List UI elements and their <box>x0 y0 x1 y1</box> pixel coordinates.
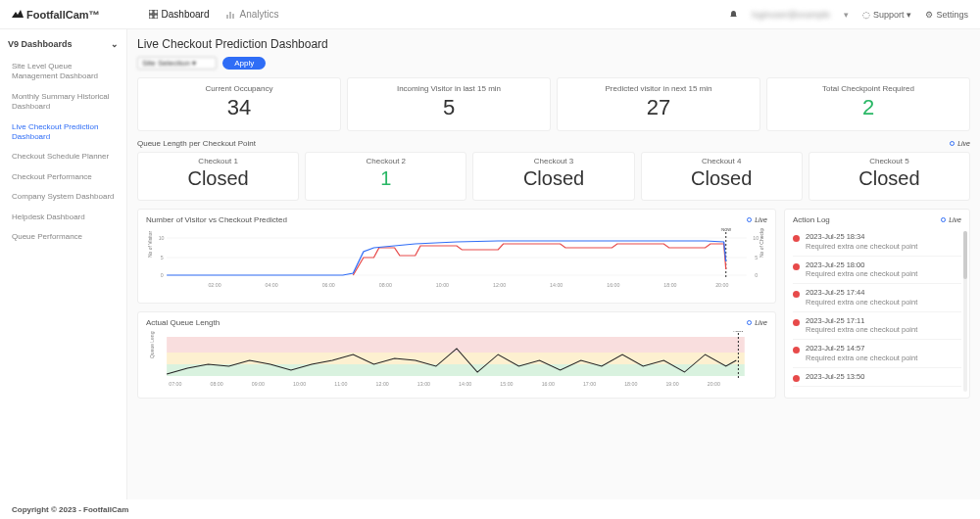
kpi-label: Current Occupancy <box>142 84 336 93</box>
svg-text:19:00: 19:00 <box>665 381 678 387</box>
log-time: 2023-Jul-25 17:11 <box>806 316 917 326</box>
log-message: Required extra one checkout point <box>806 242 917 252</box>
queue-section-header: Queue Length per Checkout Point Live <box>137 139 970 148</box>
log-time: 2023-Jul-25 18:34 <box>806 232 917 242</box>
checkout-value: Closed <box>813 167 965 190</box>
sidebar-item[interactable]: Company System Dashboard <box>8 187 119 207</box>
svg-text:0: 0 <box>755 272 758 278</box>
live-badge: Live <box>747 216 767 223</box>
live-dot-icon <box>747 320 752 325</box>
kpi-value: 34 <box>142 95 336 120</box>
checkout-value: Closed <box>646 167 798 190</box>
sidebar-item[interactable]: Site Level Queue Management Dashboard <box>8 57 119 87</box>
svg-text:20:00: 20:00 <box>708 381 720 387</box>
svg-rect-32 <box>167 364 745 376</box>
logo-icon <box>12 10 24 20</box>
top-header: FootfallCam™ Dashboard Analytics loginus… <box>0 0 980 29</box>
main-content: Live Checkout Prediction Dashboard Site … <box>127 29 980 499</box>
question-icon: ◌ <box>862 10 870 20</box>
svg-text:15:00: 15:00 <box>500 381 513 387</box>
nav-tab-dashboard[interactable]: Dashboard <box>149 9 210 20</box>
svg-rect-4 <box>226 15 228 19</box>
nav-tab-label: Analytics <box>239 9 278 20</box>
chevron-down-icon: ▾ <box>906 10 911 20</box>
sidebar-item[interactable]: Monthly Summary Historical Dashboard <box>8 87 119 118</box>
svg-rect-5 <box>229 12 231 19</box>
checkout-label: Checkout 3 <box>477 157 629 165</box>
alert-dot-icon <box>793 291 800 298</box>
chart-icon <box>226 10 235 19</box>
gear-icon: ⚙ <box>925 10 933 20</box>
settings-link[interactable]: ⚙ Settings <box>925 10 968 20</box>
kpi-card: Total Checkpoint Required2 <box>766 77 970 131</box>
chart1-plot: Now 10 5 0 10 5 0 <box>146 228 767 297</box>
queue-section-title: Queue Length per Checkout Point <box>137 139 256 148</box>
brand-text: FootfallCam™ <box>26 9 100 21</box>
chart-visitors-vs-checkout: Number of Visitor vs Checkout Predicted … <box>137 209 776 304</box>
bell-icon[interactable] <box>729 10 738 19</box>
svg-text:Queue Length: Queue Length <box>149 331 155 358</box>
sidebar-item[interactable]: Live Checkout Prediction Dashboard <box>8 118 119 148</box>
checkout-card: Checkout 4Closed <box>641 152 803 201</box>
svg-text:08:00: 08:00 <box>379 282 392 288</box>
log-message: Required extra one checkout point <box>806 354 917 363</box>
scrollbar[interactable] <box>963 231 967 392</box>
svg-text:18:00: 18:00 <box>624 381 637 387</box>
log-item: 2023-Jul-25 13:50 <box>793 368 961 387</box>
sidebar-item[interactable]: Queue Performance <box>8 227 119 247</box>
live-dot-icon <box>747 217 752 222</box>
svg-text:Now: Now <box>733 331 744 333</box>
svg-text:18:00: 18:00 <box>663 282 676 288</box>
sidebar-item[interactable]: Helpdesk Dashboard <box>8 208 119 227</box>
checkout-value: Closed <box>142 167 294 190</box>
user-menu[interactable]: loginuser@example <box>752 10 830 20</box>
nav-tab-analytics[interactable]: Analytics <box>226 9 278 20</box>
svg-text:16:00: 16:00 <box>607 282 619 288</box>
checkout-label: Checkout 5 <box>813 157 965 165</box>
sidebar: V9 Dashboards ⌄ Site Level Queue Managem… <box>0 29 127 499</box>
svg-text:Now: Now <box>720 228 731 232</box>
support-label: Support <box>873 10 905 20</box>
log-item: 2023-Jul-25 18:00Required extra one chec… <box>793 257 961 285</box>
svg-text:10:00: 10:00 <box>293 381 306 387</box>
svg-rect-1 <box>154 10 158 14</box>
support-link[interactable]: ◌ Support ▾ <box>862 10 912 20</box>
log-time: 2023-Jul-25 18:00 <box>806 260 917 270</box>
sidebar-item[interactable]: Checkout Performance <box>8 167 119 187</box>
live-badge: Live <box>941 216 961 223</box>
live-badge: Live <box>950 140 970 147</box>
alert-dot-icon <box>793 235 800 242</box>
alert-dot-icon <box>793 375 800 382</box>
svg-text:13:00: 13:00 <box>417 381 430 387</box>
svg-rect-2 <box>149 15 153 19</box>
kpi-value: 5 <box>352 95 546 120</box>
svg-text:06:00: 06:00 <box>322 282 335 288</box>
header-right: loginuser@example ▾ ◌ Support ▾ ⚙ Settin… <box>729 10 968 20</box>
svg-text:5: 5 <box>161 255 164 260</box>
svg-text:09:00: 09:00 <box>252 381 265 387</box>
kpi-label: Total Checkpoint Required <box>771 84 965 93</box>
svg-text:08:00: 08:00 <box>211 381 223 387</box>
svg-rect-0 <box>149 10 153 14</box>
svg-rect-3 <box>154 15 158 19</box>
checkout-value: Closed <box>477 167 629 190</box>
kpi-row: Current Occupancy34Incoming Visitor in l… <box>137 77 970 131</box>
live-dot-icon <box>950 141 955 146</box>
apply-button[interactable]: Apply <box>222 57 266 70</box>
chart-actual-queue: Actual Queue Length Live No <box>137 311 776 399</box>
sidebar-item[interactable]: Checkout Schedule Planner <box>8 147 119 166</box>
sidebar-section-title[interactable]: V9 Dashboards ⌄ <box>8 39 119 49</box>
action-log-panel: Action Log Live 2023-Jul-25 18:34Require… <box>784 209 970 399</box>
log-item: 2023-Jul-25 14:57Required extra one chec… <box>793 340 961 368</box>
chevron-down-icon: ⌄ <box>111 39 119 49</box>
kpi-value: 27 <box>562 95 756 120</box>
svg-text:16:00: 16:00 <box>542 381 555 387</box>
chevron-down-icon[interactable]: ▾ <box>844 10 849 20</box>
svg-text:14:00: 14:00 <box>550 282 563 288</box>
page-title: Live Checkout Prediction Dashboard <box>137 37 970 51</box>
log-item: 2023-Jul-25 17:11Required extra one chec… <box>793 312 961 341</box>
chart2-plot: Now Queue Length 07:0008:0009:00 10:0011… <box>146 331 767 392</box>
site-select[interactable]: Site Selection ▾ <box>137 57 217 70</box>
footer-text: Copyright © 2023 - FootfallCam <box>12 505 128 514</box>
svg-text:07:00: 07:00 <box>169 381 181 387</box>
